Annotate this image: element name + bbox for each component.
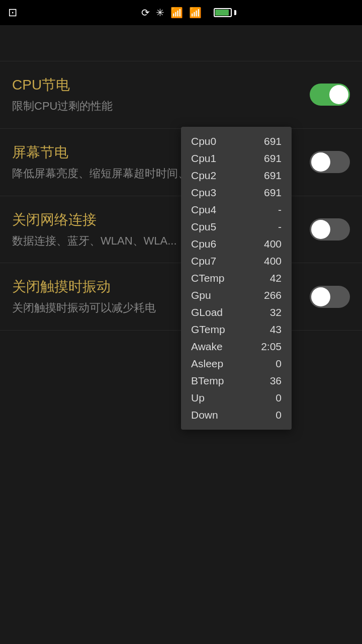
overlay-row-asleep: Asleep 0 [181,355,292,372]
bluetooth-icon: ✳ [156,7,164,19]
overlay-label-down: Down [191,409,218,421]
overlay-row-ctemp: CTemp 42 [181,270,292,287]
battery-icon [214,8,236,17]
overlay-label-ctemp: CTemp [191,272,225,284]
overlay-value-cpu2: 691 [256,170,282,182]
overlay-panel: Cpu0 691 Cpu1 691 Cpu2 691 Cpu3 691 Cpu4… [181,127,292,430]
toggle-knob-network [311,220,330,239]
overlay-row-down: Down 0 [181,407,292,424]
overlay-value-btemp: 36 [256,375,282,387]
overlay-row-gload: GLoad 32 [181,304,292,321]
overlay-row-cpu4: Cpu4 - [181,201,292,218]
overlay-label-cpu5: Cpu5 [191,221,216,233]
setting-title-cpu: CPU节电 [12,75,302,95]
overlay-label-cpu6: Cpu6 [191,238,216,250]
overlay-value-asleep: 0 [256,358,282,370]
overlay-value-cpu1: 691 [256,152,282,165]
overlay-value-cpu6: 400 [256,238,282,250]
overlay-value-cpu3: 691 [256,187,282,199]
overlay-label-cpu4: Cpu4 [191,204,216,216]
overlay-label-btemp: BTemp [191,375,224,387]
status-left: ⊡ [8,6,17,19]
overlay-label-cpu3: Cpu3 [191,187,216,199]
toggle-knob-vibration [311,287,330,306]
overlay-row-cpu7: Cpu7 400 [181,253,292,270]
overlay-value-cpu5: - [256,221,282,233]
toggle-screen[interactable] [310,151,350,173]
overlay-label-up: Up [191,392,205,404]
overlay-value-cpu7: 400 [256,255,282,267]
toggle-vibration[interactable] [310,286,350,308]
status-center: ⟳ ✳ 📶 📶 [135,7,236,19]
overlay-row-awake: Awake 2:05 [181,338,292,355]
overlay-row-cpu3: Cpu3 691 [181,184,292,201]
overlay-label-cpu1: Cpu1 [191,152,216,165]
settings-list: CPU节电 限制CPU过剩的性能 屏幕节电 降低屏幕亮度、缩短屏幕超时时间、禁止… [0,61,362,331]
overlay-row-cpu1: Cpu1 691 [181,150,292,167]
overlay-value-up: 0 [256,392,282,404]
overlay-row-cpu2: Cpu2 691 [181,167,292,184]
overlay-label-gpu: Gpu [191,289,211,301]
overlay-value-gtemp: 43 [256,324,282,336]
overlay-value-cpu4: - [256,204,282,216]
overlay-row-up: Up 0 [181,389,292,407]
toggle-network[interactable] [310,218,350,240]
overlay-row-cpu6: Cpu6 400 [181,235,292,253]
wifi-icon: 📶 [170,7,183,19]
overlay-value-down: 0 [256,409,282,421]
overlay-row-cpu5: Cpu5 - [181,218,292,235]
sync-icon: ⟳ [141,7,150,19]
setting-content-cpu: CPU节电 限制CPU过剩的性能 [12,75,302,114]
overlay-row-btemp: BTemp 36 [181,372,292,389]
overlay-label-gload: GLoad [191,306,223,318]
overlay-value-gload: 32 [256,306,282,318]
app-bar [0,25,362,61]
setting-item-cpu[interactable]: CPU节电 限制CPU过剩的性能 [0,61,362,129]
overlay-label-awake: Awake [191,341,223,353]
overlay-label-gtemp: GTemp [191,324,225,336]
overlay-row-gtemp: GTemp 43 [181,321,292,338]
setting-desc-cpu: 限制CPU过剩的性能 [12,99,302,114]
toggle-cpu[interactable] [310,84,350,106]
status-bar: ⊡ ⟳ ✳ 📶 📶 [0,0,362,25]
signal-icon: 📶 [189,7,202,19]
overlay-label-asleep: Asleep [191,358,223,370]
overlay-row-cpu0: Cpu0 691 [181,133,292,150]
overlay-row-gpu: Gpu 266 [181,287,292,304]
overlay-value-gpu: 266 [256,289,282,301]
overlay-label-cpu7: Cpu7 [191,255,216,267]
overlay-label-cpu2: Cpu2 [191,170,216,182]
toggle-knob-screen [311,152,330,172]
notification-icon: ⊡ [8,6,17,19]
overlay-value-ctemp: 42 [256,272,282,284]
overlay-label-cpu0: Cpu0 [191,135,216,147]
overlay-value-cpu0: 691 [256,135,282,147]
overlay-value-awake: 2:05 [256,341,282,353]
toggle-knob-cpu [329,85,348,104]
